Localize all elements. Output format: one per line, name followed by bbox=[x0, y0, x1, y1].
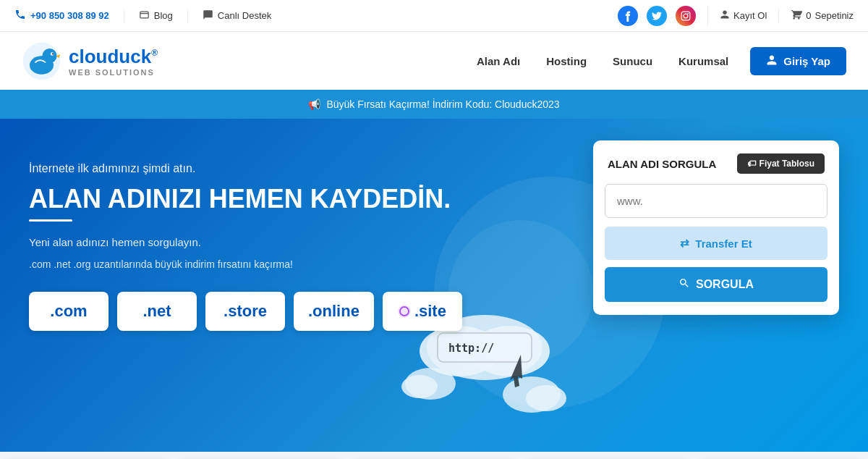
tld-site: .site bbox=[383, 292, 462, 331]
chat-icon bbox=[203, 9, 213, 22]
live-support-label: Canlı Destek bbox=[218, 10, 271, 21]
tag-icon: 🏷 bbox=[747, 159, 756, 169]
domain-card-header: ALAN ADI SORGULA 🏷 Fiyat Tablosu bbox=[593, 140, 839, 184]
hero-content: İnternete ilk adımınızı şimdi atın. ALAN… bbox=[29, 162, 462, 331]
phone-number: +90 850 308 89 92 bbox=[30, 10, 109, 21]
blog-label: Blog bbox=[154, 10, 173, 21]
hero-promo: .com .net .org uzantılarında büyük indir… bbox=[29, 258, 462, 270]
phone-section[interactable]: +90 850 308 89 92 bbox=[14, 9, 109, 22]
svg-rect-0 bbox=[140, 12, 148, 18]
domain-input-wrap bbox=[593, 184, 839, 227]
hero-section: http:// İnternete ilk adımınızı şimdi at… bbox=[0, 119, 868, 452]
top-bar-left: +90 850 308 89 92 Blog Canlı Destek bbox=[14, 9, 271, 22]
nav-kurumsal[interactable]: Kurumsal bbox=[678, 55, 728, 67]
fiyat-label: Fiyat Tablosu bbox=[760, 159, 814, 169]
sorgula-button[interactable]: SORGULA bbox=[605, 267, 827, 302]
facebook-icon[interactable] bbox=[618, 6, 638, 26]
giris-icon bbox=[766, 54, 778, 68]
promo-text: Büyük Fırsatı Kaçırma! İndirim Kodu: Clo… bbox=[326, 98, 559, 110]
phone-icon bbox=[14, 9, 26, 22]
hero-title-underline bbox=[29, 219, 72, 222]
user-icon bbox=[720, 9, 730, 22]
main-nav: clouduck® WEB SOLUTIONS Alan Adı Hosting… bbox=[0, 32, 868, 90]
bottom-cards-preview bbox=[0, 452, 868, 459]
tld-online: .online bbox=[294, 292, 374, 331]
svg-text:http://: http:// bbox=[448, 342, 494, 355]
nav-sunucu[interactable]: Sunucu bbox=[613, 55, 652, 67]
transfer-label: Transfer Et bbox=[695, 237, 752, 250]
twitter-icon[interactable] bbox=[647, 6, 667, 26]
top-bar-right: Kayıt Ol 0 Sepetiniz bbox=[618, 6, 854, 26]
blog-link[interactable]: Blog bbox=[124, 9, 173, 22]
nav-links: Alan Adı Hosting Sunucu Kurumsal bbox=[477, 55, 728, 67]
tld-net: .net bbox=[117, 292, 197, 331]
giris-label: Giriş Yap bbox=[783, 55, 830, 67]
domain-card: ALAN ADI SORGULA 🏷 Fiyat Tablosu ⇄ Trans… bbox=[593, 140, 839, 315]
giris-yap-button[interactable]: Giriş Yap bbox=[750, 47, 846, 75]
logo-sub: WEB SOLUTIONS bbox=[69, 68, 158, 77]
logo-text: clouduck® WEB SOLUTIONS bbox=[69, 46, 158, 77]
transfer-icon: ⇄ bbox=[680, 237, 689, 250]
svg-rect-2 bbox=[681, 12, 690, 20]
tld-list: .com .net .store .online .site bbox=[29, 292, 462, 331]
sorgula-label: SORGULA bbox=[696, 278, 754, 291]
svg-point-16 bbox=[401, 375, 438, 398]
domain-card-title: ALAN ADI SORGULA bbox=[608, 158, 716, 170]
cart-icon bbox=[791, 9, 802, 22]
logo[interactable]: clouduck® WEB SOLUTIONS bbox=[22, 41, 158, 81]
social-icons bbox=[618, 6, 708, 26]
register-link[interactable]: Kayıt Ol bbox=[720, 9, 767, 22]
promo-icon: 📢 bbox=[308, 98, 320, 110]
svg-point-18 bbox=[526, 385, 566, 411]
logo-brand: clouduck® bbox=[69, 46, 158, 68]
cart-section[interactable]: 0 Sepetiniz bbox=[778, 9, 854, 22]
register-label: Kayıt Ol bbox=[733, 10, 767, 21]
cart-count: 0 bbox=[806, 10, 811, 21]
logo-duck-image bbox=[22, 41, 61, 81]
instagram-icon[interactable] bbox=[676, 6, 696, 26]
nav-alan-adi[interactable]: Alan Adı bbox=[477, 55, 520, 67]
svg-point-3 bbox=[684, 14, 688, 18]
tld-com: .com bbox=[29, 292, 109, 331]
nav-hosting[interactable]: Hosting bbox=[546, 55, 587, 67]
blog-icon bbox=[139, 9, 150, 22]
domain-search-input[interactable] bbox=[605, 184, 827, 218]
promo-banner: 📢 Büyük Fırsatı Kaçırma! İndirim Kodu: C… bbox=[0, 90, 868, 119]
transfer-button[interactable]: ⇄ Transfer Et bbox=[605, 227, 827, 260]
hero-subtitle: İnternete ilk adımınızı şimdi atın. bbox=[29, 162, 462, 175]
svg-point-9 bbox=[52, 53, 54, 54]
svg-point-4 bbox=[687, 12, 689, 14]
hero-title: ALAN ADINIZI HEMEN KAYDEDİN. bbox=[29, 184, 462, 214]
cart-label: Sepetiniz bbox=[815, 10, 854, 21]
fiyat-tablosu-button[interactable]: 🏷 Fiyat Tablosu bbox=[737, 153, 825, 174]
hero-desc: Yeni alan adınızı hemen sorgulayın. bbox=[29, 236, 462, 248]
live-support-link[interactable]: Canlı Destek bbox=[187, 9, 271, 22]
search-icon bbox=[678, 277, 690, 292]
tld-store: .store bbox=[205, 292, 285, 331]
top-bar: +90 850 308 89 92 Blog Canlı Destek bbox=[0, 0, 868, 32]
